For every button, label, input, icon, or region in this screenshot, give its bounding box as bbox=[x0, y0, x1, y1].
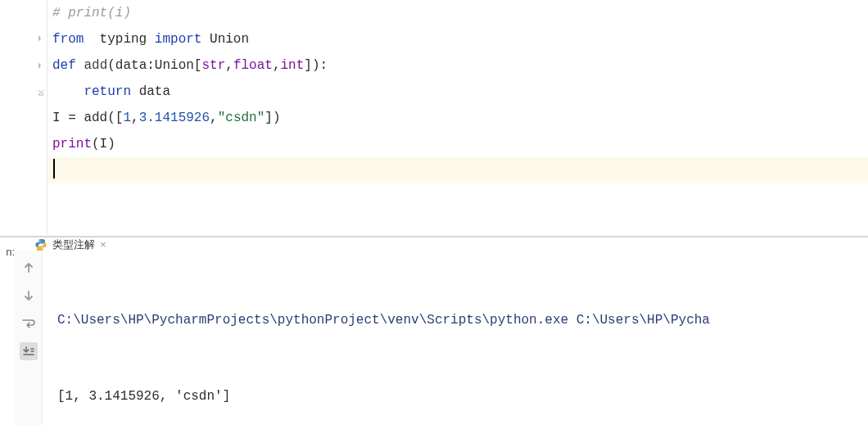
run-toolbar bbox=[15, 251, 43, 425]
fold-marker-icon[interactable] bbox=[37, 34, 45, 43]
scroll-to-end-icon[interactable] bbox=[20, 342, 38, 360]
cursor-caret bbox=[53, 159, 55, 179]
soft-wrap-icon[interactable] bbox=[20, 314, 38, 332]
arrow-down-icon[interactable] bbox=[20, 287, 38, 305]
code-editor[interactable]: # print(i) from typing import Union def … bbox=[0, 0, 868, 236]
code-line: print(I) bbox=[52, 131, 868, 157]
code-line: def add(data:Union[str,float,int]): bbox=[52, 52, 868, 79]
code-pane[interactable]: # print(i) from typing import Union def … bbox=[47, 0, 868, 236]
code-line: from typing import Union bbox=[52, 26, 868, 52]
code-line: return data bbox=[52, 79, 868, 105]
run-panel: n: 类型注解 × bbox=[0, 237, 868, 425]
python-icon bbox=[34, 238, 47, 251]
fold-end-marker-icon[interactable] bbox=[37, 88, 45, 96]
code-line: # print(i) bbox=[52, 0, 868, 26]
console-command: C:\Users\HP\PycharmProjects\pythonProjec… bbox=[57, 308, 858, 333]
editor-gutter bbox=[0, 0, 47, 236]
code-line: I = add([1,3.1415926,"csdn"]) bbox=[52, 105, 868, 131]
console-stdout: [1, 3.1415926, 'csdn'] bbox=[57, 384, 858, 409]
console-output[interactable]: C:\Users\HP\PycharmProjects\pythonProjec… bbox=[43, 251, 868, 425]
run-label: n: bbox=[0, 237, 15, 425]
close-icon[interactable]: × bbox=[100, 239, 106, 251]
current-line-highlight bbox=[47, 157, 868, 183]
arrow-up-icon[interactable] bbox=[20, 259, 38, 277]
fold-marker-icon[interactable] bbox=[37, 61, 45, 70]
